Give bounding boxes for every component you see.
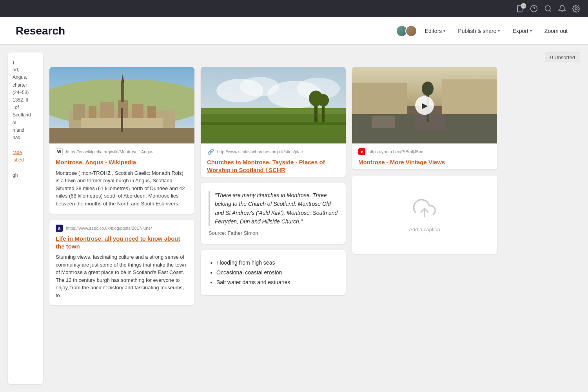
avatar-2: [405, 25, 417, 37]
upload-icon: [413, 197, 436, 222]
sidebar-link-1[interactable]: rade: [13, 149, 38, 156]
aspc-icon: a: [56, 225, 63, 232]
card-title-2[interactable]: Churches in Montrose, Tayside - Places o…: [201, 157, 346, 177]
card-source-1: W https://en.wikipedia.org/wiki/Montrose…: [49, 143, 194, 157]
chevron-down-icon-2: ▾: [498, 29, 500, 33]
card-title-1[interactable]: Montrose, Angus - Wikipedia: [49, 157, 194, 169]
youtube-icon: ▶: [358, 148, 365, 155]
svg-point-4: [545, 6, 550, 11]
card-youtube-vintage: ▶ ▶ https://youtu.be/xPfBmfjJ5oc Montros…: [352, 67, 497, 169]
chevron-down-icon: ▾: [443, 29, 445, 33]
card-source-2: 🔗 http://www.scottishchurches.org.uk/sit…: [201, 143, 346, 157]
card-aspc-montrose: a https://www.aspc.co.uk/blog/posts/2017…: [49, 220, 194, 305]
card-source-3: ▶ https://youtu.be/xPfBmfjJ5oc: [352, 143, 497, 157]
svg-rect-13: [118, 100, 128, 120]
bullet-card: Flooding from high seas Occasional coast…: [201, 250, 346, 296]
svg-rect-19: [49, 128, 194, 143]
field-image: [201, 67, 346, 143]
svg-rect-38: [415, 114, 446, 130]
svg-line-5: [550, 10, 551, 12]
sidebar-text: ) ort, Angus, charter (24–53) 1352. It l…: [13, 59, 38, 179]
svg-rect-14: [132, 104, 143, 120]
quote-line: [209, 191, 210, 226]
settings-icon[interactable]: [572, 5, 580, 13]
publish-share-button[interactable]: Publish & share ▾: [453, 25, 505, 36]
svg-point-40: [422, 82, 434, 96]
editors-button[interactable]: Editors ▾: [420, 25, 450, 36]
header-actions: Editors ▾ Publish & share ▾ Export ▾ Zoo…: [396, 25, 572, 37]
chevron-down-icon-3: ▾: [530, 29, 532, 33]
svg-rect-27: [201, 122, 346, 125]
svg-point-6: [575, 8, 577, 10]
vintage-image: ▶: [352, 67, 497, 143]
svg-rect-10: [73, 104, 85, 120]
svg-point-31: [318, 94, 329, 107]
sidebar-link-2[interactable]: ished: [13, 156, 38, 164]
card-title-3[interactable]: Montrose - More Vintage Views: [352, 157, 497, 169]
unsorted-button[interactable]: 0 Unsorted: [545, 53, 580, 62]
column-2: 🔗 http://www.scottishchurches.org.uk/sit…: [201, 67, 346, 295]
main-area: ) ort, Angus, charter (24–53) 1352. It l…: [0, 45, 588, 392]
svg-rect-37: [372, 116, 395, 128]
bullet-list: Flooding from high seas Occasional coast…: [209, 258, 338, 288]
source-url-1: https://en.wikipedia.org/wiki/Montrose,_…: [66, 149, 153, 154]
source-url-4: https://www.aspc.co.uk/blog/posts/2017/j…: [66, 226, 152, 230]
bullet-item-2: Occasional coastal erosion: [216, 268, 338, 278]
play-button[interactable]: ▶: [415, 96, 434, 115]
quote-text: "There are many churches in Montrose. Th…: [215, 191, 338, 226]
export-button[interactable]: Export ▾: [508, 25, 536, 36]
card-description-4: Stunning views, fascinating culture and …: [49, 253, 194, 305]
notification-badge: 0: [521, 3, 526, 9]
left-sidebar: ) ort, Angus, charter (24–53) 1352. It l…: [8, 53, 43, 384]
wikipedia-icon: W: [56, 148, 63, 155]
bullet-item-1: Flooding from high seas: [216, 258, 338, 268]
upload-caption: Add a caption: [409, 227, 440, 232]
unsorted-bar: 0 Unsorted: [49, 53, 580, 62]
column-3: ▶ ▶ https://youtu.be/xPfBmfjJ5oc Montros…: [352, 67, 497, 254]
card-churches: 🔗 http://www.scottishchurches.org.uk/sit…: [201, 67, 346, 177]
quote-source: Source: Father Simon: [209, 230, 338, 236]
bullet-item-3: Salt water dams and estuaries: [216, 278, 338, 287]
phone-icon[interactable]: 0: [516, 5, 524, 13]
cards-grid: W https://en.wikipedia.org/wiki/Montrose…: [49, 67, 580, 305]
top-bar: 0: [0, 0, 588, 17]
card-description-1: Montrose ( mon-TROHZ , Scottish Gaelic: …: [49, 169, 194, 214]
card-wikipedia-montrose: W https://en.wikipedia.org/wiki/Montrose…: [49, 67, 194, 214]
search-icon[interactable]: [544, 5, 552, 13]
zoom-out-button[interactable]: Zoom out: [540, 25, 572, 36]
svg-rect-16: [121, 83, 124, 102]
source-url-2: http://www.scottishchurches.org.uk/sites…: [217, 149, 303, 154]
upload-card[interactable]: Add a caption: [352, 176, 497, 254]
content-wrapper: 0 Unsorted: [49, 53, 580, 384]
quote-card: "There are many churches in Montrose. Th…: [201, 183, 346, 244]
source-url-3: https://youtu.be/xPfBmfjJ5oc: [368, 149, 423, 154]
avatar-group: [396, 25, 417, 37]
quote-bar: "There are many churches in Montrose. Th…: [209, 191, 338, 226]
svg-rect-11: [89, 106, 96, 120]
page-title: Research: [16, 25, 65, 37]
card-title-4[interactable]: Life in Montrose: all you need to know a…: [49, 233, 194, 253]
quote-content: "There are many churches in Montrose. Th…: [215, 191, 338, 226]
bell-icon[interactable]: [558, 5, 566, 13]
header: Research Editors ▾ Publish & share ▾ Exp…: [0, 17, 588, 45]
card-source-4: a https://www.aspc.co.uk/blog/posts/2017…: [49, 220, 194, 233]
column-1: W https://en.wikipedia.org/wiki/Montrose…: [49, 67, 194, 305]
link-icon: 🔗: [207, 148, 214, 155]
help-icon[interactable]: [530, 5, 538, 13]
montrose-image: [49, 67, 194, 143]
svg-rect-12: [100, 102, 114, 120]
